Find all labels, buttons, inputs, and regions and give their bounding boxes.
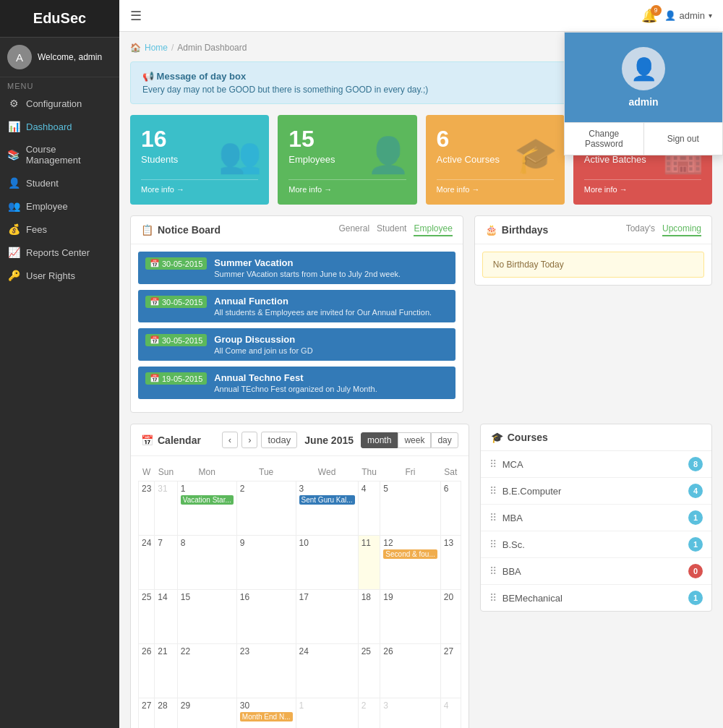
- cal-cell-jun19[interactable]: 19: [380, 590, 440, 644]
- sign-out-button[interactable]: Sign out: [644, 123, 723, 155]
- cal-cell-jun6[interactable]: 6: [440, 481, 461, 536]
- course-badge-bsc: 1: [688, 537, 703, 552]
- user-icon: 👤: [664, 10, 676, 21]
- cal-cell-jun30[interactable]: 30 Month End N...: [236, 698, 296, 729]
- course-badge-bemech: 1: [688, 591, 703, 605]
- calendar-panel-wrapper: 📅 Calendar ‹ › today June 2015 month wee…: [130, 424, 469, 728]
- notifications-button[interactable]: 🔔 9: [641, 8, 657, 24]
- sidebar-item-dashboard[interactable]: 📊 Dashboard: [0, 115, 119, 138]
- birthdays-header: 🎂 Birthdays Today's Upcoming: [475, 216, 711, 244]
- chevron-down-icon: ▾: [709, 12, 712, 20]
- sidebar-item-employee[interactable]: 👥 Employee: [0, 194, 119, 218]
- tab-todays[interactable]: Today's: [626, 223, 655, 236]
- course-name-be[interactable]: B.E.Computer: [502, 486, 562, 497]
- notice-title-2: Group Discussion: [214, 334, 312, 345]
- cal-cell-jun14[interactable]: 14: [155, 590, 177, 644]
- cal-cell-jun1[interactable]: 1 Vacation Star...: [177, 481, 236, 536]
- admin-name: admin: [579, 96, 708, 108]
- cal-cell-jun28[interactable]: 28: [155, 698, 177, 729]
- course-name-mca[interactable]: MCA: [502, 459, 523, 470]
- cal-cell-jul3[interactable]: 3: [380, 698, 440, 729]
- cal-cell-jun21[interactable]: 21: [155, 644, 177, 698]
- calendar-next-button[interactable]: ›: [241, 432, 257, 448]
- drag-handle-icon: ⠿: [489, 592, 497, 604]
- cal-view-week[interactable]: week: [398, 432, 431, 448]
- cal-view-day[interactable]: day: [431, 432, 458, 448]
- cal-cell-jun3[interactable]: 3 Sent Guru Kal...: [296, 481, 358, 536]
- breadcrumb-home[interactable]: Home: [145, 43, 168, 53]
- tab-employee[interactable]: Employee: [414, 223, 452, 236]
- cal-cell-jun17[interactable]: 17: [296, 590, 358, 644]
- change-password-button[interactable]: Change Password: [565, 123, 644, 155]
- courses-header: 🎓 Courses: [481, 424, 711, 451]
- cal-cell-jun13[interactable]: 13: [440, 536, 461, 590]
- cal-cell-jun16[interactable]: 16: [236, 590, 296, 644]
- cal-cell-jun4[interactable]: 4: [358, 481, 380, 536]
- course-name-bemech[interactable]: BEMechanical: [502, 593, 562, 604]
- cal-cell-jun8[interactable]: 8: [177, 536, 236, 590]
- cal-cell-jun11[interactable]: 11: [358, 536, 380, 590]
- user-menu-button[interactable]: 👤 admin ▾: [664, 10, 712, 21]
- course-badge-be: 4: [688, 484, 703, 498]
- courses-panel-wrapper: 🎓 Courses ⠿ MCA 8 ⠿: [480, 424, 712, 728]
- notice-board-icon: 📋: [141, 224, 153, 236]
- topbar-right: 🔔 9 👤 admin ▾: [641, 8, 712, 24]
- cal-week-24: 24: [139, 536, 155, 590]
- cal-cell-may31[interactable]: 31: [155, 481, 177, 536]
- cal-cell-jun29[interactable]: 29: [177, 698, 236, 729]
- sidebar-item-configuration[interactable]: ⚙ Configuration: [0, 92, 119, 115]
- cal-cell-jun18[interactable]: 18: [358, 590, 380, 644]
- course-name-mba[interactable]: MBA: [502, 513, 523, 523]
- cal-week-26: 26: [139, 644, 155, 698]
- notice-board-header: 📋 Notice Board General Student Employee: [131, 216, 463, 244]
- course-name-bsc[interactable]: B.Sc.: [502, 539, 525, 550]
- cal-week-27: 27: [139, 698, 155, 729]
- sidebar-item-reports-center[interactable]: 📈 Reports Center: [0, 241, 119, 264]
- cal-view-month[interactable]: month: [361, 432, 398, 448]
- cal-cell-jul4[interactable]: 4: [440, 698, 461, 729]
- tab-upcoming[interactable]: Upcoming: [662, 223, 701, 236]
- sidebar-item-fees[interactable]: 💰 Fees: [0, 218, 119, 241]
- cal-cell-jun27[interactable]: 27: [440, 644, 461, 698]
- cal-cell-jun2[interactable]: 2: [236, 481, 296, 536]
- sidebar-item-student[interactable]: 👤 Student: [0, 171, 119, 194]
- hamburger-button[interactable]: ☰: [130, 8, 142, 24]
- birthdays-title: 🎂 Birthdays: [485, 224, 549, 236]
- notifications-badge: 9: [651, 5, 662, 16]
- notice-item-3: 📅 19-05-2015 Annual Techno Fest Annual T…: [138, 367, 455, 399]
- sidebar-item-user-rights[interactable]: 🔑 User Rights: [0, 264, 119, 287]
- active-courses-more[interactable]: More info →: [437, 179, 554, 194]
- tab-general[interactable]: General: [338, 223, 369, 236]
- tab-student[interactable]: Student: [377, 223, 406, 236]
- cal-cell-jun10[interactable]: 10: [296, 536, 358, 590]
- cal-header-w: W: [139, 463, 155, 481]
- sidebar-welcome: Welcome, admin: [38, 52, 102, 62]
- stat-card-students: 16 Students 👥 More info →: [130, 115, 269, 205]
- employees-more[interactable]: More info →: [288, 179, 406, 194]
- cal-cell-jul2[interactable]: 2: [358, 698, 380, 729]
- cal-cell-jun24[interactable]: 24: [296, 644, 358, 698]
- cal-cell-jun5[interactable]: 5: [380, 481, 440, 536]
- cal-cell-jun15[interactable]: 15: [177, 590, 236, 644]
- cal-cell-jun12[interactable]: 12 Second & fou...: [380, 536, 440, 590]
- calendar-today-button[interactable]: today: [261, 432, 297, 448]
- notice-desc-2: All Come and join us for GD: [214, 346, 312, 355]
- cal-cell-jul1[interactable]: 1: [296, 698, 358, 729]
- cal-cell-jun26[interactable]: 26: [380, 644, 440, 698]
- cal-cell-jun22[interactable]: 22: [177, 644, 236, 698]
- course-name-bba[interactable]: BBA: [502, 566, 521, 577]
- cal-cell-jun25[interactable]: 25: [358, 644, 380, 698]
- sidebar-item-course-management[interactable]: 📚 Course Management: [0, 138, 119, 171]
- admin-avatar: 👤: [622, 47, 665, 90]
- students-more[interactable]: More info →: [141, 179, 258, 194]
- calendar-prev-button[interactable]: ‹: [222, 432, 238, 448]
- cal-cell-jun7[interactable]: 7: [155, 536, 177, 590]
- active-batches-more[interactable]: More info →: [584, 179, 701, 194]
- cal-cell-jun9[interactable]: 9: [236, 536, 296, 590]
- stat-card-active-courses: 6 Active Courses 🎓 More info →: [426, 115, 565, 205]
- cal-event-vacation: Vacation Star...: [181, 495, 234, 505]
- cal-cell-jun23[interactable]: 23: [236, 644, 296, 698]
- admin-actions: Change Password Sign out: [565, 122, 722, 155]
- cal-cell-jun20[interactable]: 20: [440, 590, 461, 644]
- courses-panel: 🎓 Courses ⠿ MCA 8 ⠿: [480, 424, 712, 612]
